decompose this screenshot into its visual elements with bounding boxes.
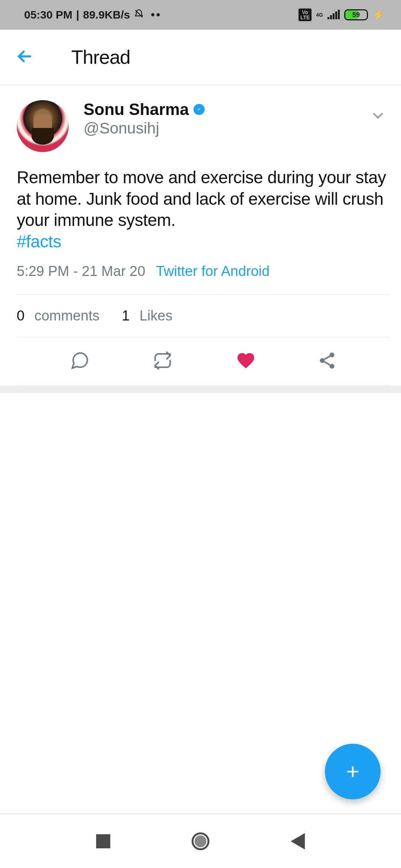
nav-back-button[interactable] [291,833,305,849]
nav-recents-button[interactable] [96,834,110,848]
mute-icon [134,9,144,22]
svg-point-1 [320,358,325,363]
retweet-button[interactable] [151,351,174,372]
tweet-source[interactable]: Twitter for Android [156,263,270,279]
page-title: Thread [71,46,130,68]
app-header: Thread [0,30,401,85]
tweet-timestamp: 5:29 PM - 21 Mar 20 [17,263,145,279]
author-name: Sonu Sharma [84,100,189,119]
svg-point-2 [329,364,334,369]
share-button[interactable] [317,351,337,372]
charging-icon: ⚡ [372,9,384,21]
reply-button[interactable] [70,351,90,372]
author-handle: @Sonusihj [84,119,370,137]
signal-icon [327,10,340,19]
tweet-text: Remember to move and exercise during you… [17,167,390,252]
likes-stat[interactable]: 1 Likes [122,308,172,324]
like-button[interactable] [236,351,256,372]
status-right: Vo LTE 4G 59 ⚡ [299,9,384,21]
likes-label: Likes [140,308,173,323]
verified-icon [193,104,205,115]
tweet-body-text: Remember to move and exercise during you… [17,168,386,230]
status-separator: | [76,9,79,21]
system-nav-bar [0,814,401,868]
avatar[interactable] [17,100,69,152]
status-left: 05:30 PM | 89.9KB/s •• [24,9,162,22]
comments-stat[interactable]: 0 comments [17,308,100,324]
network-icon: 4G [316,12,323,18]
status-time: 05:30 PM [24,9,72,21]
tweet-header: Sonu Sharma @Sonusihj [17,100,390,152]
back-button[interactable] [15,47,34,68]
svg-point-0 [329,352,334,357]
status-bar: 05:30 PM | 89.9KB/s •• Vo LTE 4G 59 ⚡ [0,0,401,30]
status-speed: 89.9KB/s [83,9,130,21]
svg-line-3 [325,356,330,359]
tweet-stats: 0 comments 1 Likes [17,294,390,338]
battery-icon: 59 [344,9,368,20]
plus-icon: + [346,760,359,783]
separator [0,386,401,393]
author-block[interactable]: Sonu Sharma @Sonusihj [84,100,370,137]
hashtag[interactable]: #facts [17,232,61,251]
nav-home-button[interactable] [192,832,209,850]
volte-icon: Vo LTE [299,9,312,21]
likes-count: 1 [122,308,130,323]
comments-label: comments [35,308,100,323]
compose-fab[interactable]: + [325,744,381,799]
status-dots: •• [151,9,162,21]
chevron-down-icon[interactable] [370,108,386,125]
tweet-actions [17,338,390,386]
svg-line-4 [325,362,330,365]
comments-count: 0 [17,308,25,323]
tweet-meta: 5:29 PM - 21 Mar 20 Twitter for Android [17,263,390,279]
tweet: Sonu Sharma @Sonusihj Remember to move a… [0,85,401,386]
